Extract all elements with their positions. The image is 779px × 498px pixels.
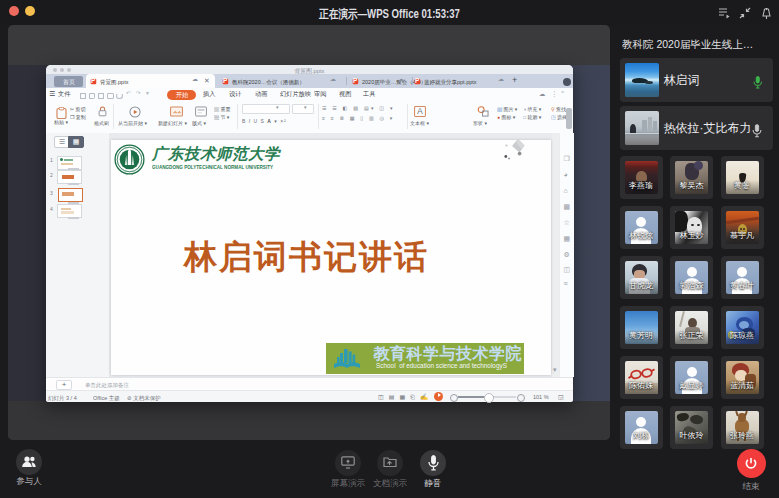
svg-text:A: A (417, 107, 423, 116)
